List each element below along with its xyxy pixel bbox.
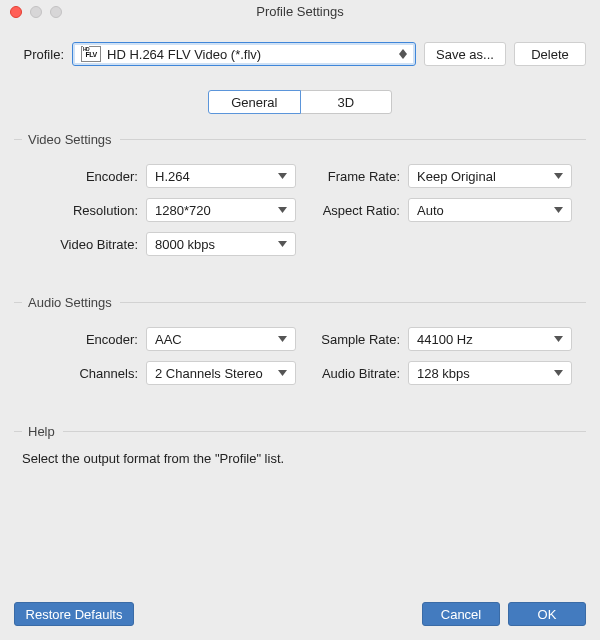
tab-3d[interactable]: 3D [300, 90, 393, 114]
close-icon[interactable] [10, 6, 22, 18]
resolution-label: Resolution: [18, 203, 146, 218]
delete-button[interactable]: Delete [514, 42, 586, 66]
video-bitrate-select[interactable]: 8000 kbps [146, 232, 296, 256]
svg-marker-2 [278, 173, 287, 179]
chevron-down-icon [278, 336, 287, 342]
content: Profile: FLV HD H.264 FLV Video (*.flv) … [0, 26, 600, 466]
audio-bitrate-label: Audio Bitrate: [296, 366, 408, 381]
audio-settings-group: Audio Settings [14, 295, 586, 310]
channels-label: Channels: [18, 366, 146, 381]
profile-select[interactable]: FLV HD H.264 FLV Video (*.flv) [72, 42, 416, 66]
svg-marker-9 [278, 370, 287, 376]
svg-marker-7 [278, 336, 287, 342]
flv-file-icon: FLV [81, 46, 101, 62]
video-settings-form: Encoder: H.264 Frame Rate: Keep Original… [18, 159, 586, 261]
help-text: Select the output format from the "Profi… [22, 451, 586, 466]
chevron-down-icon [278, 173, 287, 179]
cancel-button[interactable]: Cancel [422, 602, 500, 626]
aspect-ratio-select[interactable]: Auto [408, 198, 572, 222]
chevron-down-icon [554, 173, 563, 179]
svg-marker-10 [554, 370, 563, 376]
window: Profile Settings Profile: FLV HD H.264 F… [0, 0, 600, 640]
video-settings-label: Video Settings [28, 132, 112, 147]
svg-marker-6 [278, 241, 287, 247]
chevron-down-icon [554, 207, 563, 213]
help-label: Help [28, 424, 55, 439]
chevron-down-icon [554, 370, 563, 376]
chevron-down-icon [278, 241, 287, 247]
profile-value: HD H.264 FLV Video (*.flv) [107, 47, 261, 62]
video-bitrate-label: Video Bitrate: [18, 237, 146, 252]
resolution-select[interactable]: 1280*720 [146, 198, 296, 222]
chevron-down-icon [278, 370, 287, 376]
audio-settings-label: Audio Settings [28, 295, 112, 310]
profile-label: Profile: [14, 47, 64, 62]
help-group: Help [14, 424, 586, 439]
tab-general[interactable]: General [208, 90, 301, 114]
channels-select[interactable]: 2 Channels Stereo [146, 361, 296, 385]
save-as-button[interactable]: Save as... [424, 42, 506, 66]
footer: Restore Defaults Cancel OK [0, 592, 600, 640]
video-settings-group: Video Settings [14, 132, 586, 147]
video-encoder-select[interactable]: H.264 [146, 164, 296, 188]
restore-defaults-button[interactable]: Restore Defaults [14, 602, 134, 626]
minimize-icon [30, 6, 42, 18]
chevron-down-icon [554, 336, 563, 342]
svg-marker-3 [554, 173, 563, 179]
svg-marker-4 [278, 207, 287, 213]
audio-settings-form: Encoder: AAC Sample Rate: 44100 Hz Chann… [18, 322, 586, 390]
video-encoder-label: Encoder: [18, 169, 146, 184]
audio-bitrate-select[interactable]: 128 kbps [408, 361, 572, 385]
tabs: General 3D [208, 90, 392, 114]
svg-marker-8 [554, 336, 563, 342]
ok-button[interactable]: OK [508, 602, 586, 626]
chevron-down-icon [278, 207, 287, 213]
frame-rate-select[interactable]: Keep Original [408, 164, 572, 188]
zoom-icon [50, 6, 62, 18]
sample-rate-label: Sample Rate: [296, 332, 408, 347]
audio-encoder-label: Encoder: [18, 332, 146, 347]
aspect-ratio-label: Aspect Ratio: [296, 203, 408, 218]
svg-marker-1 [399, 54, 407, 59]
window-title: Profile Settings [0, 0, 600, 26]
svg-marker-5 [554, 207, 563, 213]
window-traffic-lights [10, 6, 62, 18]
updown-icon [399, 49, 407, 59]
audio-encoder-select[interactable]: AAC [146, 327, 296, 351]
profile-row: Profile: FLV HD H.264 FLV Video (*.flv) … [14, 42, 586, 66]
sample-rate-select[interactable]: 44100 Hz [408, 327, 572, 351]
frame-rate-label: Frame Rate: [296, 169, 408, 184]
